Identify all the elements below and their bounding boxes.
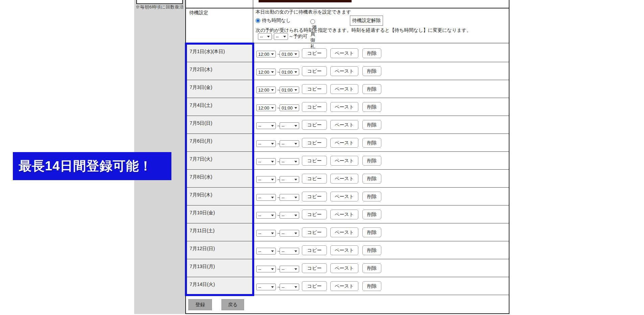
paste-button[interactable]: ペースト: [330, 48, 358, 58]
delete-button[interactable]: 削除: [362, 227, 381, 237]
standby-minute-select[interactable]: --: [274, 33, 288, 40]
copy-button[interactable]: コピー: [302, 263, 327, 273]
copy-button[interactable]: コピー: [302, 138, 327, 148]
end-time-value: 01:00: [282, 52, 293, 57]
chevron-down-icon: [271, 286, 274, 288]
page: ※毎朝6時頃に回数復活 最長14日間登録可能！ 待機設定 本日出勤の女の子に待機…: [0, 0, 644, 315]
paste-button[interactable]: ペースト: [330, 138, 358, 148]
delete-button[interactable]: 削除: [362, 84, 381, 94]
start-time-select[interactable]: --: [256, 248, 276, 255]
start-time-value: --: [258, 231, 261, 236]
delete-button[interactable]: 削除: [362, 156, 381, 166]
chevron-down-icon: [294, 53, 297, 55]
start-time-select[interactable]: 12:00: [256, 69, 276, 75]
copy-button[interactable]: コピー: [302, 174, 327, 184]
paste-button[interactable]: ペースト: [330, 281, 358, 291]
copy-button[interactable]: コピー: [302, 102, 327, 112]
radio-full-house[interactable]: [310, 19, 315, 24]
start-time-select[interactable]: 12:00: [256, 87, 276, 93]
start-time-select[interactable]: 12:00: [256, 51, 276, 57]
start-time-select[interactable]: --: [256, 284, 276, 290]
chevron-down-icon: [294, 286, 297, 288]
paste-button[interactable]: ペースト: [330, 156, 358, 166]
header-image: [259, 0, 352, 2]
copy-button[interactable]: コピー: [302, 48, 327, 58]
end-time-select[interactable]: --: [280, 158, 299, 165]
copy-button[interactable]: コピー: [302, 210, 327, 219]
submit-button[interactable]: 登録: [188, 299, 212, 310]
delete-button[interactable]: 削除: [362, 48, 381, 58]
schedule-row: 7月8日(水) -- ～ -- コピー ペースト 削除: [186, 170, 509, 188]
start-time-select[interactable]: 12:00: [256, 104, 276, 111]
end-time-select[interactable]: --: [280, 248, 299, 255]
paste-button[interactable]: ペースト: [330, 227, 358, 237]
copy-button[interactable]: コピー: [302, 66, 327, 76]
start-time-select[interactable]: --: [256, 194, 276, 201]
start-time-select[interactable]: --: [256, 176, 276, 183]
start-time-select[interactable]: --: [256, 212, 276, 219]
delete-button[interactable]: 削除: [362, 174, 381, 184]
radio-no-wait[interactable]: [256, 18, 260, 23]
standby-hour-select[interactable]: --: [258, 33, 272, 40]
start-time-select[interactable]: --: [256, 266, 276, 272]
chevron-down-icon: [294, 71, 297, 73]
paste-button[interactable]: ペースト: [330, 210, 358, 219]
copy-button[interactable]: コピー: [302, 192, 327, 201]
date-label: 7月13日(月): [186, 259, 254, 277]
paste-button[interactable]: ペースト: [330, 192, 358, 201]
end-time-select[interactable]: 01:00: [280, 69, 299, 75]
end-time-select[interactable]: --: [280, 284, 299, 290]
delete-button[interactable]: 削除: [362, 120, 381, 130]
delete-button[interactable]: 削除: [362, 138, 381, 148]
end-time-select[interactable]: 01:00: [280, 87, 299, 93]
end-time-select[interactable]: --: [280, 122, 299, 129]
copy-button[interactable]: コピー: [302, 120, 327, 130]
paste-button[interactable]: ペースト: [330, 102, 358, 112]
paste-button[interactable]: ペースト: [330, 263, 358, 273]
delete-button[interactable]: 削除: [362, 210, 381, 219]
chevron-down-icon: [294, 215, 297, 216]
delete-button[interactable]: 削除: [362, 263, 381, 273]
copy-button[interactable]: コピー: [302, 156, 327, 166]
start-time-select[interactable]: --: [256, 140, 276, 147]
paste-button[interactable]: ペースト: [330, 174, 358, 184]
chevron-down-icon: [271, 250, 274, 252]
delete-button[interactable]: 削除: [362, 102, 381, 112]
schedule-row: 7月1日(水)(本日) 12:00 ～ 01:00 コピー ペースト 削除: [186, 44, 509, 62]
start-time-select[interactable]: --: [256, 158, 276, 165]
back-button[interactable]: 戻る: [221, 299, 244, 310]
delete-button[interactable]: 削除: [362, 281, 381, 291]
copy-button[interactable]: コピー: [302, 227, 327, 237]
end-time-select[interactable]: --: [280, 266, 299, 272]
end-time-value: --: [282, 267, 285, 272]
end-time-select[interactable]: --: [280, 212, 299, 219]
end-time-value: --: [282, 177, 285, 182]
radio-no-wait-label[interactable]: 待ち時間なし: [262, 18, 291, 23]
paste-button[interactable]: ペースト: [330, 66, 358, 76]
copy-button[interactable]: コピー: [302, 245, 327, 255]
delete-button[interactable]: 削除: [362, 245, 381, 255]
chevron-down-icon: [271, 125, 274, 127]
end-time-value: 01:00: [282, 70, 293, 75]
reserve-suffix: ～予約可: [289, 33, 308, 40]
end-time-select[interactable]: 01:00: [280, 104, 299, 111]
paste-button[interactable]: ペースト: [330, 245, 358, 255]
end-time-select[interactable]: 01:00: [280, 51, 299, 57]
copy-button[interactable]: コピー: [302, 84, 327, 94]
end-time-select[interactable]: --: [280, 140, 299, 147]
end-time-select[interactable]: --: [280, 194, 299, 201]
standby-time-note: 次の予約が受けられる時刻を指定できます。時刻を経過すると【待ち時間なし】に変更に…: [256, 27, 471, 33]
paste-button[interactable]: ペースト: [330, 84, 358, 94]
end-time-value: --: [282, 231, 285, 236]
start-time-select[interactable]: --: [256, 230, 276, 237]
end-time-select[interactable]: --: [280, 230, 299, 237]
start-time-select[interactable]: --: [256, 122, 276, 129]
standby-clear-button[interactable]: 待機設定解除: [350, 16, 383, 26]
paste-button[interactable]: ペースト: [330, 120, 358, 130]
delete-button[interactable]: 削除: [362, 66, 381, 76]
date-label: 7月4日(土): [186, 98, 254, 116]
copy-button[interactable]: コピー: [302, 281, 327, 291]
schedule-row: 7月5日(日) -- ～ -- コピー ペースト 削除: [186, 116, 509, 134]
end-time-select[interactable]: --: [280, 176, 299, 183]
delete-button[interactable]: 削除: [362, 192, 381, 201]
